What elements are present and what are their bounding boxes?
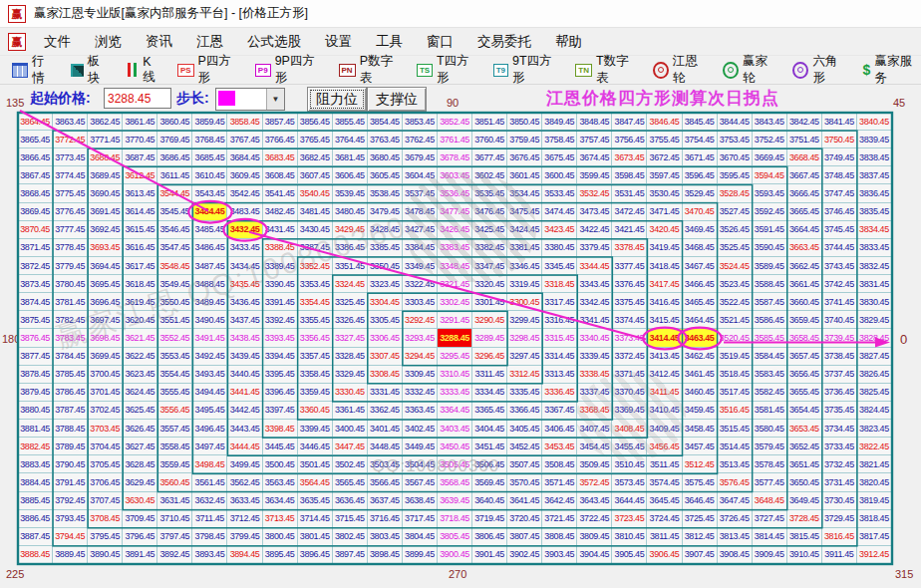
grid-cell[interactable]: 3569.45: [472, 473, 507, 491]
grid-cell[interactable]: 3315.45: [542, 329, 577, 347]
grid-cell[interactable]: 3303.45: [403, 293, 438, 311]
grid-cell[interactable]: 3566.45: [368, 473, 403, 491]
grid-cell[interactable]: 3543.45: [192, 184, 227, 202]
grid-cell[interactable]: 3702.45: [88, 402, 123, 420]
grid-cell[interactable]: 3529.45: [683, 184, 718, 202]
grid-cell[interactable]: 3320.45: [472, 275, 507, 293]
grid-cell[interactable]: 3691.45: [88, 203, 123, 221]
grid-cell[interactable]: 3833.45: [857, 239, 892, 257]
grid-cell[interactable]: 3817.45: [857, 528, 892, 546]
grid-cell[interactable]: 3685.45: [192, 148, 227, 166]
grid-cell[interactable]: 3422.45: [577, 221, 612, 239]
grid-cell[interactable]: 3607.45: [298, 166, 333, 184]
grid-cell[interactable]: 3434.45: [227, 257, 262, 275]
grid-cell[interactable]: 3509.45: [577, 455, 612, 473]
grid-cell[interactable]: 3360.45: [298, 402, 333, 420]
grid-cell[interactable]: 3427.45: [403, 221, 438, 239]
grid-cell[interactable]: 3425.45: [472, 221, 507, 239]
grid-cell[interactable]: 3720.45: [507, 510, 542, 528]
grid-cell[interactable]: 3645.45: [647, 492, 682, 510]
grid-cell[interactable]: 3400.45: [333, 420, 368, 438]
grid-cell[interactable]: 3637.45: [368, 492, 403, 510]
grid-cell[interactable]: 3399.45: [298, 420, 333, 438]
grid-cell[interactable]: 3288.45: [438, 329, 472, 347]
grid-cell[interactable]: 3847.45: [612, 113, 647, 131]
grid-cell[interactable]: 3528.45: [718, 184, 753, 202]
grid-cell[interactable]: 3653.45: [787, 420, 822, 438]
grid-cell[interactable]: 3873.45: [18, 275, 53, 293]
grid-cell[interactable]: 3502.45: [333, 455, 368, 473]
grid-cell[interactable]: 3849.45: [542, 113, 577, 131]
grid-cell[interactable]: 3453.45: [542, 438, 577, 455]
grid-cell[interactable]: 3802.45: [333, 528, 368, 546]
grid-cell[interactable]: 3635.45: [298, 492, 333, 510]
grid-cell[interactable]: 3325.45: [333, 293, 368, 311]
resistance-button[interactable]: 阻力位: [307, 87, 367, 112]
grid-cell[interactable]: 3832.45: [857, 257, 892, 275]
grid-cell[interactable]: 3763.45: [368, 131, 403, 148]
grid-cell[interactable]: 3336.45: [542, 384, 577, 402]
grid-cell[interactable]: 3714.45: [298, 510, 333, 528]
menu-item[interactable]: 窗口: [415, 30, 465, 54]
grid-cell[interactable]: 3649.45: [787, 492, 822, 510]
grid-cell[interactable]: 3717.45: [403, 510, 438, 528]
grid-cell[interactable]: 3877.45: [18, 348, 53, 366]
grid-cell[interactable]: 3433.45: [227, 239, 262, 257]
grid-cell[interactable]: 3487.45: [192, 257, 227, 275]
grid-cell[interactable]: 3510.45: [612, 455, 647, 473]
grid-cell[interactable]: 3304.45: [368, 293, 403, 311]
grid-cell[interactable]: 3875.45: [18, 311, 53, 329]
grid-cell[interactable]: 3469.45: [683, 221, 718, 239]
grid-cell[interactable]: 3686.45: [157, 148, 192, 166]
grid-cell[interactable]: 3457.45: [683, 438, 718, 455]
grid-cell[interactable]: 3311.45: [472, 366, 507, 384]
grid-cell[interactable]: 3697.45: [88, 311, 123, 329]
grid-cell[interactable]: 3439.45: [227, 348, 262, 366]
grid-cell[interactable]: 3729.45: [822, 510, 857, 528]
grid-cell[interactable]: 3450.45: [438, 438, 472, 455]
grid-cell[interactable]: 3670.45: [718, 148, 753, 166]
grid-cell[interactable]: 3705.45: [88, 455, 123, 473]
grid-cell[interactable]: 3358.45: [298, 366, 333, 384]
grid-cell[interactable]: 3669.45: [753, 148, 787, 166]
grid-cell[interactable]: 3374.45: [612, 311, 647, 329]
grid-cell[interactable]: 3544.45: [157, 184, 192, 202]
grid-cell[interactable]: 3864.45: [18, 113, 53, 131]
grid-cell[interactable]: 3613.45: [123, 184, 157, 202]
grid-cell[interactable]: 3442.45: [227, 402, 262, 420]
grid-cell[interactable]: 3886.45: [18, 510, 53, 528]
grid-cell[interactable]: 3839.45: [857, 131, 892, 148]
grid-cell[interactable]: 3446.45: [298, 438, 333, 455]
toolbar-button[interactable]: PSP四方形: [177, 53, 240, 87]
grid-cell[interactable]: 3560.45: [157, 473, 192, 491]
grid-cell[interactable]: 3430.45: [298, 221, 333, 239]
grid-cell[interactable]: 3413.45: [647, 348, 682, 366]
grid-cell[interactable]: 3701.45: [88, 384, 123, 402]
grid-cell[interactable]: 3327.45: [333, 329, 368, 347]
grid-cell[interactable]: 3626.45: [123, 420, 157, 438]
grid-cell[interactable]: 3602.45: [472, 166, 507, 184]
grid-cell[interactable]: 3504.45: [403, 455, 438, 473]
grid-cell[interactable]: 3711.45: [192, 510, 227, 528]
grid-cell[interactable]: 3384.45: [403, 239, 438, 257]
grid-cell[interactable]: 3739.45: [822, 329, 857, 347]
grid-cell[interactable]: 3547.45: [157, 239, 192, 257]
toolbar-button[interactable]: 赢家轮: [723, 53, 777, 87]
grid-cell[interactable]: 3636.45: [333, 492, 368, 510]
grid-cell[interactable]: 3431.45: [263, 221, 298, 239]
grid-cell[interactable]: 3561.45: [192, 473, 227, 491]
grid-cell[interactable]: 3665.45: [787, 203, 822, 221]
grid-cell[interactable]: 3584.45: [753, 348, 787, 366]
grid-cell[interactable]: 3732.45: [822, 455, 857, 473]
grid-cell[interactable]: 3524.45: [718, 257, 753, 275]
grid-cell[interactable]: 3390.45: [263, 275, 298, 293]
grid-cell[interactable]: 3536.45: [438, 184, 472, 202]
grid-cell[interactable]: 3879.45: [18, 384, 53, 402]
grid-cell[interactable]: 3312.45: [507, 366, 542, 384]
grid-cell[interactable]: 3642.45: [542, 492, 577, 510]
grid-cell[interactable]: 3392.45: [263, 311, 298, 329]
grid-cell[interactable]: 3526.45: [718, 221, 753, 239]
grid-cell[interactable]: 3468.45: [683, 239, 718, 257]
grid-cell[interactable]: 3460.45: [683, 384, 718, 402]
grid-cell[interactable]: 3299.45: [507, 311, 542, 329]
